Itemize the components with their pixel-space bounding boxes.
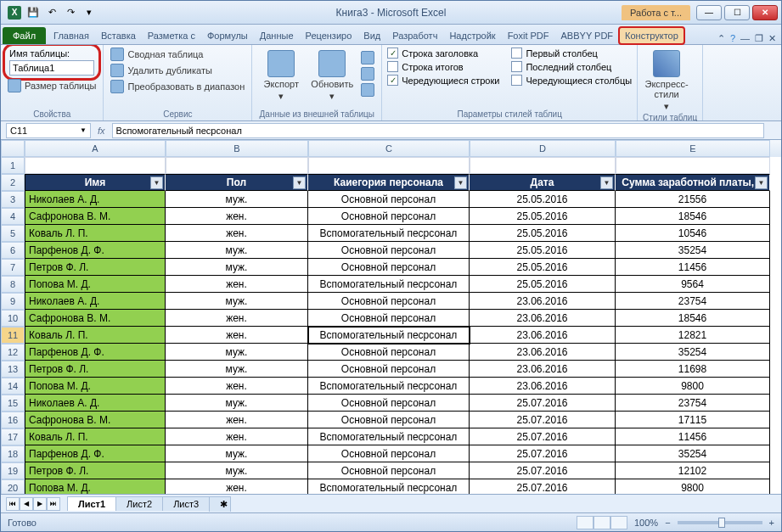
excel-app-icon[interactable]: X xyxy=(6,4,23,21)
table-cell[interactable]: Основной персонал xyxy=(308,361,470,378)
table-cell[interactable]: 23754 xyxy=(616,395,770,412)
table-cell[interactable]: Сафронова В. М. xyxy=(25,208,166,225)
ext-unlink-icon[interactable] xyxy=(359,82,376,98)
ribbon-tab-конструктор[interactable]: Конструктор xyxy=(619,27,684,44)
table-cell[interactable]: 12821 xyxy=(616,327,770,344)
table-cell[interactable]: жен. xyxy=(166,479,308,494)
table-cell[interactable]: Сафронова В. М. xyxy=(25,412,166,428)
table-cell[interactable]: 23.06.2016 xyxy=(470,344,616,361)
table-cell[interactable]: муж. xyxy=(166,462,308,479)
table-header-cell[interactable]: Сумма заработной платы, р▼ xyxy=(616,174,770,191)
banded-rows-checkbox[interactable]: ✓Чередующиеся строки xyxy=(387,74,499,87)
table-cell[interactable]: Парфенов Д. Ф. xyxy=(25,344,166,361)
sheet-tab[interactable]: Лист1 xyxy=(67,496,116,511)
cell[interactable] xyxy=(616,157,770,174)
table-cell[interactable]: Попова М. Д. xyxy=(25,378,166,395)
table-cell[interactable]: Вспомогательный песрсонал xyxy=(308,428,470,445)
table-header-cell[interactable]: Каиегория персонала▼ xyxy=(308,174,470,191)
table-cell[interactable]: 23.06.2016 xyxy=(470,361,616,378)
ribbon-tab-abbyy pdf[interactable]: ABBYY PDF xyxy=(555,27,620,44)
table-cell[interactable]: жен. xyxy=(166,208,308,225)
view-page-layout-icon[interactable] xyxy=(594,516,610,529)
table-cell[interactable]: 25.05.2016 xyxy=(470,259,616,276)
name-box[interactable]: C11▼ xyxy=(6,123,91,138)
table-cell[interactable]: Основной персонал xyxy=(308,293,470,310)
maximize-button[interactable]: ☐ xyxy=(724,5,750,20)
row-header[interactable]: 15 xyxy=(1,395,25,412)
row-header[interactable]: 18 xyxy=(1,445,25,462)
sheet-tab[interactable]: Лист2 xyxy=(115,496,163,511)
table-cell[interactable]: 10546 xyxy=(616,225,770,242)
table-cell[interactable]: 23754 xyxy=(616,293,770,310)
table-cell[interactable]: 9564 xyxy=(616,276,770,293)
table-cell[interactable]: 18546 xyxy=(616,310,770,327)
undo-icon[interactable]: ↶ xyxy=(43,4,60,21)
save-icon[interactable]: 💾 xyxy=(25,4,42,21)
ribbon-tab-формулы[interactable]: Формулы xyxy=(201,27,254,44)
table-cell[interactable]: 23.06.2016 xyxy=(470,310,616,327)
sheet-nav-prev-icon[interactable]: ◀ xyxy=(20,497,33,511)
last-col-checkbox[interactable]: Последний столбец xyxy=(511,60,632,73)
select-all-corner[interactable] xyxy=(1,140,25,157)
quick-styles-button[interactable]: Экспресс-стили▾ xyxy=(643,47,690,111)
table-cell[interactable]: Основной персонал xyxy=(308,310,470,327)
row-header[interactable]: 13 xyxy=(1,361,25,378)
table-cell[interactable]: Основной персонал xyxy=(308,259,470,276)
minimize-button[interactable]: — xyxy=(696,5,722,20)
cell[interactable] xyxy=(470,157,616,174)
table-cell[interactable]: 23.06.2016 xyxy=(470,293,616,310)
column-header-C[interactable]: C xyxy=(308,140,470,157)
row-header[interactable]: 1 xyxy=(1,157,25,174)
table-cell[interactable]: Петров Ф. Л. xyxy=(25,462,166,479)
table-cell[interactable]: жен. xyxy=(166,310,308,327)
row-header[interactable]: 12 xyxy=(1,344,25,361)
table-cell[interactable]: жен. xyxy=(166,276,308,293)
row-header[interactable]: 20 xyxy=(1,479,25,494)
table-cell[interactable]: 25.07.2016 xyxy=(470,395,616,412)
header-row-checkbox[interactable]: ✓Строка заголовка xyxy=(387,47,499,59)
table-cell[interactable]: муж. xyxy=(166,344,308,361)
table-cell[interactable]: 11698 xyxy=(616,361,770,378)
table-cell[interactable]: Коваль Л. П. xyxy=(25,428,166,445)
zoom-in-icon[interactable]: + xyxy=(769,518,774,528)
ribbon-tab-главная[interactable]: Главная xyxy=(48,27,95,44)
table-cell[interactable]: 25.05.2016 xyxy=(470,225,616,242)
table-cell[interactable]: муж. xyxy=(166,395,308,412)
row-header[interactable]: 6 xyxy=(1,242,25,259)
row-header[interactable]: 16 xyxy=(1,412,25,428)
view-normal-icon[interactable] xyxy=(577,516,594,529)
table-cell[interactable]: жен. xyxy=(166,428,308,445)
table-cell[interactable]: Николаев А. Д. xyxy=(25,293,166,310)
table-cell[interactable]: муж. xyxy=(166,361,308,378)
table-cell[interactable]: Вспомогательный песрсонал xyxy=(308,378,470,395)
column-header-A[interactable]: A xyxy=(25,140,166,157)
table-cell[interactable]: 23.06.2016 xyxy=(470,327,616,344)
first-col-checkbox[interactable]: Первый столбец xyxy=(511,47,632,59)
table-cell[interactable]: жен. xyxy=(166,225,308,242)
table-cell[interactable]: 9800 xyxy=(616,479,770,494)
table-cell[interactable]: муж. xyxy=(166,293,308,310)
sheet-nav-first-icon[interactable]: ⏮ xyxy=(6,497,20,511)
ext-browser-icon[interactable] xyxy=(359,66,376,81)
table-cell[interactable]: Основной персонал xyxy=(308,462,470,479)
file-tab[interactable]: Файл xyxy=(3,27,46,44)
table-name-input[interactable] xyxy=(9,60,94,76)
row-header[interactable]: 5 xyxy=(1,225,25,242)
table-cell[interactable]: 25.05.2016 xyxy=(470,276,616,293)
table-cell[interactable]: 25.05.2016 xyxy=(470,242,616,259)
ribbon-tab-foxit pdf[interactable]: Foxit PDF xyxy=(502,27,555,44)
table-cell[interactable]: Николаев А. Д. xyxy=(25,191,166,208)
ribbon-minimize-icon[interactable]: ⌃ xyxy=(717,33,725,44)
doc-restore-icon[interactable]: ❐ xyxy=(755,33,763,44)
resize-table-button[interactable]: Размер таблицы xyxy=(6,78,98,93)
table-cell[interactable]: Коваль Л. П. xyxy=(25,327,166,344)
table-cell[interactable]: 25.07.2016 xyxy=(470,462,616,479)
table-cell[interactable]: жен. xyxy=(166,327,308,344)
ribbon-tab-рецензиро[interactable]: Рецензиро xyxy=(300,27,358,44)
row-header[interactable]: 19 xyxy=(1,462,25,479)
table-header-cell[interactable]: Пол▼ xyxy=(166,174,308,191)
redo-icon[interactable]: ↷ xyxy=(62,4,79,21)
table-cell[interactable]: муж. xyxy=(166,445,308,462)
table-cell[interactable]: Николаев А. Д. xyxy=(25,395,166,412)
doc-minimize-icon[interactable]: — xyxy=(740,33,750,44)
